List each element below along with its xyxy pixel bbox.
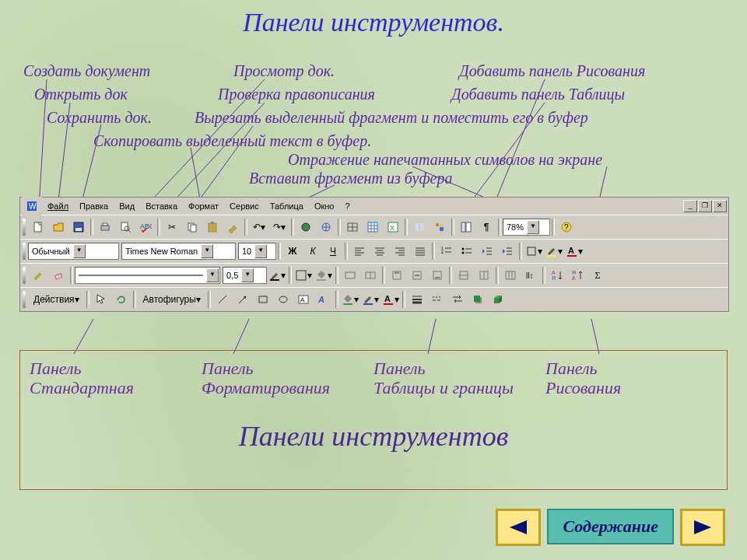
split-cells-icon[interactable] (360, 266, 381, 285)
actions-menu[interactable]: Действия ▾ (28, 290, 85, 309)
zoom-combo[interactable]: 78%▼ (503, 219, 550, 236)
new-icon[interactable] (28, 218, 48, 236)
preview-icon[interactable] (115, 218, 135, 236)
cut-icon[interactable]: ✂ (162, 218, 182, 236)
style-combo[interactable]: Обычный▼ (28, 243, 119, 260)
sort-desc-icon[interactable]: ЯА (567, 266, 587, 285)
line-style-combo[interactable]: ▼ (75, 267, 220, 284)
bullet-list-icon[interactable] (457, 242, 477, 261)
border-color-icon[interactable]: ▾ (267, 266, 287, 285)
columns-icon[interactable] (409, 218, 430, 236)
drawing-panel-icon[interactable] (430, 218, 450, 236)
highlight-icon[interactable]: ▾ (544, 242, 564, 261)
size-combo[interactable]: 10▼ (238, 243, 276, 260)
line-color-icon[interactable]: ▾ (360, 290, 381, 309)
borders-icon[interactable]: ▾ (524, 242, 544, 261)
toolbar-tables-borders: ▼ 0,5▼ ▾ ▾ ▾ ll↕ АЯ ЯА Σ (20, 263, 728, 287)
dist-rows-icon[interactable] (454, 266, 474, 285)
align-center-icon[interactable] (370, 242, 390, 261)
text-direction-icon[interactable]: ll↕ (521, 266, 541, 285)
oval-icon[interactable] (273, 290, 293, 309)
doc-map-icon[interactable] (456, 218, 476, 236)
menu-format[interactable]: Формат (183, 200, 224, 212)
web-toolbar-icon[interactable] (316, 218, 336, 236)
show-hide-icon[interactable]: ¶ (476, 218, 496, 236)
align-top-icon[interactable] (387, 266, 407, 285)
menu-file[interactable]: Файл (42, 200, 74, 212)
copy-icon[interactable] (182, 218, 202, 236)
prev-button[interactable] (496, 509, 541, 546)
svg-text:W: W (29, 202, 37, 211)
pointer-icon[interactable] (91, 290, 111, 309)
format-painter-icon[interactable] (223, 218, 243, 236)
shading-color-icon[interactable]: ▾ (314, 266, 334, 285)
font-combo[interactable]: Times New Roman▼ (121, 243, 236, 260)
dash-style-icon[interactable] (427, 290, 447, 309)
svg-text:2: 2 (441, 250, 444, 254)
save-icon[interactable] (68, 218, 89, 236)
align-justify-icon[interactable] (410, 242, 430, 261)
svg-rect-47 (461, 222, 465, 232)
autoshapes-menu[interactable]: Автофигуры ▾ (138, 290, 206, 309)
indent-icon[interactable] (497, 242, 517, 261)
line-icon[interactable] (212, 290, 233, 309)
paste-icon[interactable] (202, 218, 223, 236)
restore-icon[interactable]: ❐ (698, 200, 712, 212)
eraser-icon[interactable] (48, 266, 68, 285)
font-color-icon[interactable]: A▾ (564, 242, 584, 261)
line-style-icon[interactable] (407, 290, 427, 309)
shadow-icon[interactable] (468, 290, 488, 309)
rotate-icon[interactable] (111, 290, 132, 309)
menu-view[interactable]: Вид (114, 200, 140, 212)
menu-insert[interactable]: Вставка (140, 200, 183, 212)
numbered-list-icon[interactable]: 12 (437, 242, 457, 261)
arrow-icon[interactable] (233, 290, 253, 309)
contents-button[interactable]: Содержание (547, 509, 674, 544)
underline-icon[interactable]: Ч (323, 242, 343, 261)
align-right-icon[interactable] (390, 242, 410, 261)
next-button[interactable] (680, 509, 725, 546)
hyperlink-icon[interactable] (296, 218, 316, 236)
app-icon[interactable]: W (22, 197, 42, 215)
redo-icon[interactable]: ↷▾ (269, 218, 289, 236)
line-weight-combo[interactable]: 0,5▼ (223, 267, 267, 284)
rect-icon[interactable] (253, 290, 273, 309)
font-color2-icon[interactable]: A▾ (381, 290, 401, 309)
print-icon[interactable] (95, 218, 115, 236)
align-middle-icon[interactable] (407, 266, 427, 285)
fill-color-icon[interactable]: ▾ (340, 290, 360, 309)
insert-table-icon[interactable] (363, 218, 383, 236)
outside-border-icon[interactable]: ▾ (293, 266, 314, 285)
menu-edit[interactable]: Правка (74, 200, 114, 212)
undo-icon[interactable]: ↶▾ (249, 218, 269, 236)
bold-icon[interactable]: Ж (282, 242, 303, 261)
arrow-style-icon[interactable] (447, 290, 468, 309)
draw-table-icon[interactable] (28, 266, 48, 285)
textbox-icon[interactable]: A (293, 290, 314, 309)
menu-table[interactable]: Таблица (265, 200, 309, 212)
ann-create: Создать документ (23, 62, 150, 80)
svg-line-13 (233, 319, 249, 354)
menu-tools[interactable]: Сервис (224, 200, 265, 212)
wordart-icon[interactable]: A (314, 290, 334, 309)
excel-icon[interactable]: X (383, 218, 403, 236)
outdent-icon[interactable] (477, 242, 497, 261)
help-icon[interactable]: ? (556, 218, 577, 236)
open-icon[interactable] (48, 218, 68, 236)
autoformat-icon[interactable] (500, 266, 521, 285)
svg-text:A: A (568, 246, 574, 255)
3d-icon[interactable] (488, 290, 508, 309)
menu-window[interactable]: Окно (309, 200, 340, 212)
sort-asc-icon[interactable]: АЯ (547, 266, 567, 285)
menu-help[interactable]: ? (339, 200, 355, 212)
tables-borders-icon[interactable] (342, 218, 363, 236)
spell-icon[interactable]: ABC (135, 218, 156, 236)
dist-cols-icon[interactable] (474, 266, 494, 285)
close-icon[interactable]: ✕ (713, 200, 727, 212)
italic-icon[interactable]: К (303, 242, 323, 261)
align-bottom-icon[interactable] (427, 266, 447, 285)
align-left-icon[interactable] (349, 242, 370, 261)
minimize-icon[interactable]: _ (683, 200, 697, 212)
merge-cells-icon[interactable] (340, 266, 360, 285)
autosum-icon[interactable]: Σ (587, 266, 608, 285)
